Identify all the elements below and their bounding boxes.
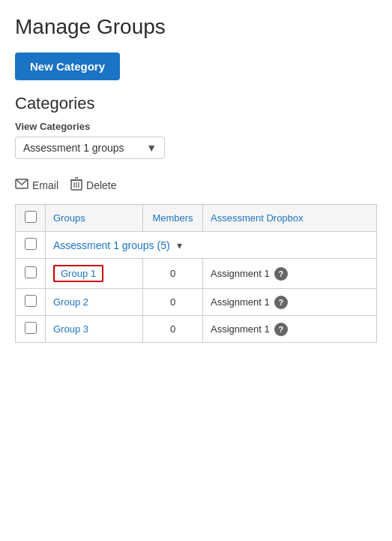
header-groups: Groups <box>46 205 143 232</box>
delete-toolbar-item[interactable]: Delete <box>70 177 116 194</box>
row2-members-cell: 0 <box>143 289 203 316</box>
header-checkbox-col <box>16 205 46 232</box>
view-categories-label: View Categories <box>15 121 377 132</box>
row3-help-icon[interactable]: ? <box>274 323 288 336</box>
row2-assignment-label: Assignment 1 <box>211 296 270 308</box>
row1-assignment-label: Assignment 1 <box>211 268 270 279</box>
row1-members-cell: 0 <box>143 259 203 289</box>
category-row: Assessment 1 groups (5) ▾ <box>16 232 377 259</box>
category-checkbox-cell <box>16 232 46 259</box>
row3-members-cell: 0 <box>143 316 203 343</box>
toolbar: Email Delete <box>15 174 377 197</box>
page-title: Manage Groups <box>15 15 377 39</box>
delete-label: Delete <box>86 179 116 191</box>
header-members: Members <box>143 205 203 232</box>
row3-checkbox[interactable] <box>25 322 37 334</box>
table-row: Group 1 0 Assignment 1 ? <box>16 259 377 289</box>
row3-group-cell: Group 3 <box>46 316 143 343</box>
category-chevron-icon: ▾ <box>177 239 182 251</box>
category-dropdown[interactable]: Assessment 1 groups ▼ <box>15 137 165 159</box>
row2-help-icon[interactable]: ? <box>274 296 288 309</box>
categories-section-title: Categories <box>15 94 377 113</box>
row3-assignment-label: Assignment 1 <box>211 323 270 335</box>
table-row: Group 2 0 Assignment 1 ? <box>16 289 377 316</box>
select-all-checkbox[interactable] <box>25 211 37 223</box>
row2-group-cell: Group 2 <box>46 289 143 316</box>
row3-dropbox-cell: Assignment 1 ? <box>203 316 377 343</box>
row2-checkbox-cell <box>16 289 46 316</box>
row2-checkbox[interactable] <box>25 295 37 307</box>
category-label[interactable]: Assessment 1 groups (5) <box>53 239 170 251</box>
row3-checkbox-cell <box>16 316 46 343</box>
row1-checkbox[interactable] <box>25 266 37 278</box>
email-toolbar-item[interactable]: Email <box>15 179 58 192</box>
table-row: Group 3 0 Assignment 1 ? <box>16 316 377 343</box>
row2-dropbox-cell: Assignment 1 ? <box>203 289 377 316</box>
dropdown-selected-value: Assessment 1 groups <box>23 142 146 154</box>
groups-table: Groups Members Assessment Dropbox Assess… <box>15 204 377 343</box>
row1-group-cell: Group 1 <box>46 259 143 289</box>
chevron-down-icon: ▼ <box>146 142 157 154</box>
group3-link[interactable]: Group 3 <box>53 323 88 335</box>
row1-help-icon[interactable]: ? <box>274 267 288 281</box>
trash-icon <box>70 177 82 194</box>
group1-link[interactable]: Group 1 <box>61 268 96 279</box>
row1-dropbox-cell: Assignment 1 ? <box>203 259 377 289</box>
group2-link[interactable]: Group 2 <box>53 296 88 308</box>
group1-highlighted-box: Group 1 <box>53 265 103 282</box>
row1-checkbox-cell <box>16 259 46 289</box>
category-checkbox[interactable] <box>25 238 37 250</box>
category-label-cell: Assessment 1 groups (5) ▾ <box>46 232 377 259</box>
email-label: Email <box>32 179 58 191</box>
header-assessment-dropbox: Assessment Dropbox <box>203 205 377 232</box>
new-category-button[interactable]: New Category <box>15 53 120 80</box>
email-icon <box>15 179 28 192</box>
